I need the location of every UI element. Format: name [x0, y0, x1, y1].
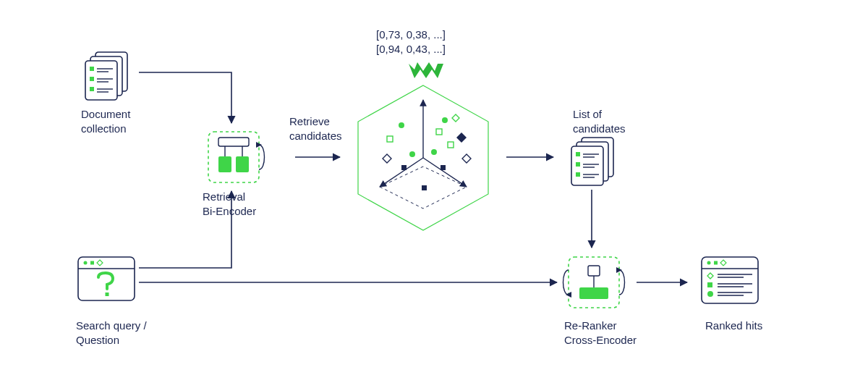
svg-point-51	[84, 261, 88, 265]
svg-rect-54	[106, 292, 109, 296]
svg-rect-43	[576, 162, 580, 167]
svg-rect-57	[579, 287, 608, 299]
search-query-label: Search query / Question	[76, 319, 147, 348]
svg-rect-3	[90, 67, 94, 71]
document-collection-icon	[85, 52, 127, 100]
svg-point-63	[707, 261, 711, 265]
vector-space-hexagon	[358, 85, 488, 230]
svg-rect-15	[236, 156, 249, 172]
document-collection-label: Document collection	[81, 107, 130, 137]
svg-rect-33	[422, 185, 427, 190]
vector-1-label: [0,73, 0,38, ...]	[376, 28, 446, 42]
svg-rect-69	[707, 282, 712, 287]
svg-point-24	[442, 117, 448, 123]
ranked-hits-window-icon	[702, 257, 758, 303]
svg-rect-40	[576, 152, 580, 156]
svg-rect-9	[90, 87, 94, 91]
svg-point-25	[409, 151, 415, 157]
retrieve-candidates-label: Retrieve candidates	[289, 114, 342, 144]
list-of-candidates-label: List of candidates	[573, 107, 626, 137]
logo-w-icon	[409, 62, 443, 78]
svg-rect-6	[90, 77, 94, 81]
ranked-hits-label: Ranked hits	[705, 319, 762, 333]
svg-marker-60	[566, 292, 571, 298]
svg-point-72	[707, 291, 713, 297]
svg-rect-31	[401, 165, 407, 170]
svg-rect-32	[441, 165, 446, 170]
svg-rect-13	[218, 138, 249, 146]
svg-point-26	[431, 149, 437, 155]
svg-rect-64	[714, 261, 718, 265]
arrow-docs-to-encoder	[139, 72, 231, 123]
search-query-window-icon	[78, 257, 135, 300]
svg-rect-14	[218, 156, 231, 172]
re-ranker-icon	[563, 257, 625, 308]
svg-rect-52	[90, 261, 94, 265]
candidates-list-icon	[571, 138, 613, 185]
retrieval-bi-encoder-label: Retrieval Bi-Encoder	[203, 190, 256, 219]
svg-rect-56	[588, 266, 600, 276]
vector-2-label: [0,94, 0,43, ...]	[376, 42, 446, 56]
retrieval-bi-encoder-icon	[208, 132, 265, 182]
re-ranker-label: Re-Ranker Cross-Encoder	[564, 319, 637, 348]
svg-rect-46	[576, 172, 580, 177]
svg-point-23	[399, 122, 404, 128]
